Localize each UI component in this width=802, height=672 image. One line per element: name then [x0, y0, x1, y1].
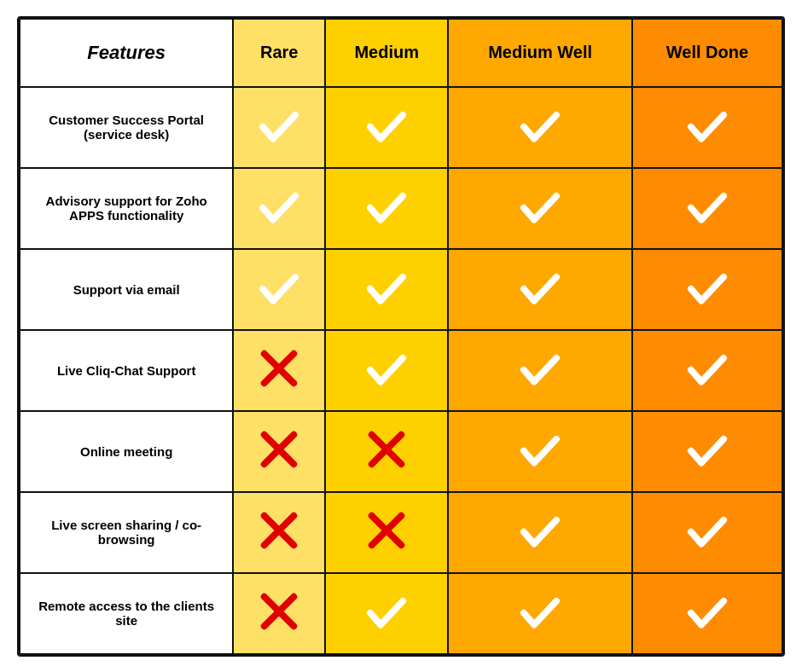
cross-icon: [364, 541, 409, 555]
cell-medium-row-0: [325, 87, 448, 168]
feature-label-1: Advisory support for Zoho APPS functiona…: [20, 168, 233, 249]
check-icon: [257, 298, 301, 312]
check-icon: [518, 541, 562, 555]
check-icon: [364, 136, 409, 150]
cell-rare-row-1: [233, 168, 325, 249]
col-header-medium-well: Medium Well: [448, 19, 632, 87]
check-icon: [518, 622, 562, 636]
check-icon: [685, 622, 729, 636]
cell-well_done-row-0: [632, 87, 782, 168]
cross-icon: [364, 460, 409, 474]
comparison-table: Features Rare Medium Medium Well Well Do…: [17, 16, 785, 657]
table-row: Advisory support for Zoho APPS functiona…: [20, 168, 782, 249]
check-icon: [685, 136, 729, 150]
check-icon: [518, 460, 562, 474]
cell-rare-row-5: [233, 492, 325, 573]
cell-medium_well-row-0: [448, 87, 632, 168]
cross-icon: [257, 379, 301, 393]
check-icon: [518, 136, 562, 150]
check-icon: [685, 460, 729, 474]
feature-label-3: Live Cliq-Chat Support: [20, 330, 233, 411]
table-row: Support via email: [20, 249, 782, 330]
feature-label-2: Support via email: [20, 249, 233, 330]
cross-icon: [257, 460, 301, 474]
cross-icon: [257, 541, 301, 555]
check-icon: [685, 298, 729, 312]
table-row: Remote access to the clients site: [20, 573, 782, 654]
feature-label-4: Online meeting: [20, 411, 233, 492]
check-icon: [364, 622, 409, 636]
cell-well_done-row-1: [632, 168, 782, 249]
check-icon: [518, 298, 562, 312]
col-header-features: Features: [20, 19, 233, 87]
check-icon: [685, 541, 729, 555]
cell-medium-row-3: [325, 330, 448, 411]
check-icon: [685, 379, 729, 393]
cell-rare-row-6: [233, 573, 325, 654]
col-header-well-done: Well Done: [632, 19, 782, 87]
cell-rare-row-0: [233, 87, 325, 168]
cell-medium_well-row-1: [448, 168, 632, 249]
cell-well_done-row-2: [632, 249, 782, 330]
cell-rare-row-3: [233, 330, 325, 411]
check-icon: [257, 136, 301, 150]
check-icon: [257, 217, 301, 231]
cell-well_done-row-6: [632, 573, 782, 654]
cell-medium-row-5: [325, 492, 448, 573]
check-icon: [364, 379, 409, 393]
cell-medium_well-row-2: [448, 249, 632, 330]
cell-medium_well-row-4: [448, 411, 632, 492]
cell-well_done-row-5: [632, 492, 782, 573]
cell-medium-row-6: [325, 573, 448, 654]
cell-medium-row-2: [325, 249, 448, 330]
cross-icon: [257, 622, 301, 636]
cell-well_done-row-3: [632, 330, 782, 411]
cell-medium_well-row-6: [448, 573, 632, 654]
check-icon: [518, 217, 562, 231]
feature-label-0: Customer Success Portal (service desk): [20, 87, 233, 168]
cell-well_done-row-4: [632, 411, 782, 492]
feature-label-5: Live screen sharing / co-browsing: [20, 492, 233, 573]
cell-rare-row-4: [233, 411, 325, 492]
cell-medium-row-4: [325, 411, 448, 492]
table-row: Online meeting: [20, 411, 782, 492]
cell-medium-row-1: [325, 168, 448, 249]
cell-medium_well-row-3: [448, 330, 632, 411]
check-icon: [685, 217, 729, 231]
check-icon: [364, 217, 409, 231]
check-icon: [518, 379, 562, 393]
check-icon: [364, 298, 409, 312]
feature-label-6: Remote access to the clients site: [20, 573, 233, 654]
cell-rare-row-2: [233, 249, 325, 330]
table-row: Live screen sharing / co-browsing: [20, 492, 782, 573]
table-row: Customer Success Portal (service desk): [20, 87, 782, 168]
cell-medium_well-row-5: [448, 492, 632, 573]
col-header-medium: Medium: [325, 19, 448, 87]
col-header-rare: Rare: [233, 19, 325, 87]
table-row: Live Cliq-Chat Support: [20, 330, 782, 411]
